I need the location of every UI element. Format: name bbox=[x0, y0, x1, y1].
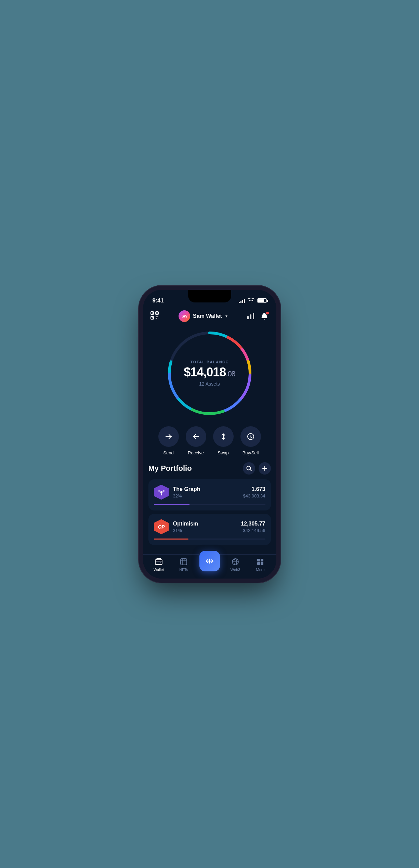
optimism-progress-bar bbox=[154, 539, 265, 540]
balance-info: TOTAL BALANCE $14,018.08 12 Assets bbox=[179, 360, 240, 387]
bottom-nav: Wallet NFTs bbox=[143, 554, 276, 579]
chevron-down-icon: ▾ bbox=[225, 314, 227, 319]
svg-rect-12 bbox=[253, 313, 254, 319]
optimism-info: Optimism 31% bbox=[173, 521, 237, 533]
actions-row: Send Receive Swap bbox=[143, 423, 276, 462]
svg-line-27 bbox=[250, 469, 251, 471]
optimism-progress-fill bbox=[154, 539, 188, 540]
optimism-logo: OP bbox=[154, 519, 169, 534]
svg-point-30 bbox=[160, 491, 162, 493]
svg-line-35 bbox=[161, 491, 164, 491]
asset-row: OP Optimism 31% 12,305.77 $42,149.56 bbox=[154, 519, 265, 534]
screen: 9:41 bbox=[143, 290, 276, 579]
more-nav-label: More bbox=[256, 568, 264, 572]
notification-badge bbox=[266, 311, 269, 315]
wallet-nav-label: Wallet bbox=[154, 568, 164, 572]
more-icon bbox=[256, 557, 265, 566]
web3-nav-label: Web3 bbox=[231, 568, 240, 572]
asset-card-the-graph[interactable]: The Graph 32% 1.673 $43,003.34 bbox=[148, 479, 271, 510]
optimism-usd: $42,149.56 bbox=[241, 528, 265, 533]
nav-more[interactable]: More bbox=[251, 557, 270, 572]
wallet-icon bbox=[154, 557, 163, 566]
wallet-name: Sam Wallet bbox=[193, 313, 222, 319]
svg-point-33 bbox=[161, 494, 162, 495]
svg-rect-37 bbox=[155, 560, 162, 565]
nfts-icon bbox=[179, 557, 188, 566]
swap-label: Swap bbox=[218, 450, 229, 455]
svg-rect-38 bbox=[181, 559, 187, 565]
balance-whole: $14,018 bbox=[184, 365, 226, 379]
svg-rect-45 bbox=[261, 562, 263, 565]
optimism-name: Optimism bbox=[173, 521, 237, 527]
the-graph-logo bbox=[154, 485, 169, 500]
buysell-label: Buy/Sell bbox=[243, 450, 259, 455]
buysell-button[interactable]: $ bbox=[240, 426, 261, 447]
bell-button[interactable] bbox=[260, 311, 269, 321]
send-label: Send bbox=[163, 450, 173, 455]
balance-amount: $14,018.08 bbox=[179, 366, 240, 378]
send-action[interactable]: Send bbox=[158, 426, 179, 455]
signal-icon bbox=[239, 298, 245, 303]
chart-button[interactable] bbox=[247, 312, 255, 320]
svg-rect-44 bbox=[257, 562, 260, 565]
nfts-nav-label: NFTs bbox=[179, 568, 188, 572]
optimism-amount: 12,305.77 bbox=[241, 521, 265, 527]
portfolio-actions bbox=[243, 462, 271, 475]
the-graph-progress-fill bbox=[154, 504, 189, 505]
status-time: 9:41 bbox=[153, 297, 164, 304]
phone-frame: 9:41 bbox=[143, 290, 276, 579]
header-right bbox=[247, 311, 269, 321]
svg-rect-5 bbox=[152, 317, 153, 318]
wallet-selector[interactable]: SW Sam Wallet ▾ bbox=[179, 310, 227, 322]
portfolio-search-button[interactable] bbox=[243, 462, 255, 475]
web3-icon bbox=[231, 557, 240, 566]
status-icons bbox=[239, 297, 267, 305]
avatar: SW bbox=[179, 310, 190, 322]
portfolio-section: My Portfolio bbox=[143, 462, 276, 554]
balance-assets: 12 Assets bbox=[179, 381, 240, 387]
the-graph-amount: 1.673 bbox=[243, 486, 265, 492]
svg-rect-3 bbox=[152, 312, 153, 313]
the-graph-info: The Graph 32% bbox=[173, 486, 239, 498]
nav-nfts[interactable]: NFTs bbox=[174, 557, 193, 572]
balance-circle: TOTAL BALANCE $14,018.08 12 Assets bbox=[165, 329, 254, 418]
portfolio-header: My Portfolio bbox=[148, 462, 271, 475]
receive-action[interactable]: Receive bbox=[186, 426, 206, 455]
battery-icon bbox=[257, 298, 267, 303]
svg-rect-43 bbox=[261, 559, 263, 561]
header: SW Sam Wallet ▾ bbox=[143, 307, 276, 325]
portfolio-add-button[interactable] bbox=[259, 462, 271, 475]
nav-wallet[interactable]: Wallet bbox=[149, 557, 168, 572]
the-graph-percent: 32% bbox=[173, 493, 239, 498]
optimism-values: 12,305.77 $42,149.56 bbox=[241, 521, 265, 533]
svg-rect-4 bbox=[156, 312, 157, 313]
optimism-percent: 31% bbox=[173, 528, 237, 533]
the-graph-name: The Graph bbox=[173, 486, 239, 492]
the-graph-values: 1.673 $43,003.34 bbox=[243, 486, 265, 498]
swap-button[interactable] bbox=[213, 426, 234, 447]
svg-text:$: $ bbox=[249, 435, 251, 439]
svg-rect-11 bbox=[250, 314, 251, 319]
portfolio-title: My Portfolio bbox=[148, 464, 192, 473]
the-graph-progress-bar bbox=[154, 504, 265, 505]
scan-button[interactable] bbox=[150, 311, 159, 322]
center-swap-button[interactable] bbox=[199, 551, 220, 571]
wifi-icon bbox=[247, 297, 255, 305]
svg-rect-42 bbox=[257, 559, 260, 561]
receive-button[interactable] bbox=[186, 426, 206, 447]
asset-card-optimism[interactable]: OP Optimism 31% 12,305.77 $42,149.56 bbox=[148, 514, 271, 545]
battery-fill bbox=[258, 299, 264, 302]
asset-row: The Graph 32% 1.673 $43,003.34 bbox=[154, 485, 265, 500]
swap-action[interactable]: Swap bbox=[213, 426, 234, 455]
nav-web3[interactable]: Web3 bbox=[226, 557, 245, 572]
notch bbox=[188, 290, 231, 302]
buysell-action[interactable]: $ Buy/Sell bbox=[240, 426, 261, 455]
balance-label: TOTAL BALANCE bbox=[179, 360, 240, 364]
balance-section: TOTAL BALANCE $14,018.08 12 Assets bbox=[143, 325, 276, 423]
balance-cents: .08 bbox=[226, 370, 235, 378]
send-button[interactable] bbox=[158, 426, 179, 447]
svg-rect-10 bbox=[247, 316, 249, 319]
the-graph-usd: $43,003.34 bbox=[243, 493, 265, 498]
receive-label: Receive bbox=[188, 450, 204, 455]
svg-line-34 bbox=[159, 491, 161, 491]
